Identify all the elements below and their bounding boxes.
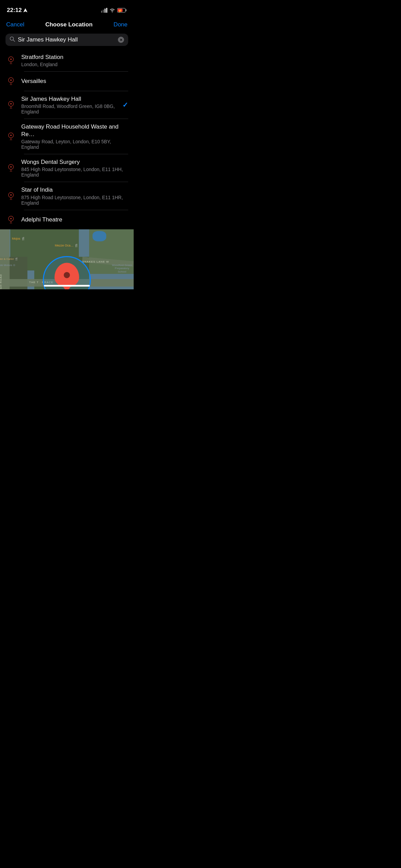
wifi-icon: [109, 8, 115, 13]
location-item-text: Adelphi Theatre: [21, 216, 128, 224]
pin-inner: [64, 272, 70, 278]
map-background: THE T RRACE SNAKES LANE W HIGH ROAD FAIR…: [0, 229, 134, 289]
pin-icon: [5, 99, 16, 110]
location-item[interactable]: Versailles: [0, 72, 134, 91]
svg-text:⚡: ⚡: [118, 9, 122, 13]
status-icons: ⚡: [101, 8, 127, 13]
location-item-text: Wongs Dental Surgery845 High Road Leyton…: [21, 158, 128, 178]
location-item[interactable]: Wongs Dental Surgery845 High Road Leyton…: [0, 154, 134, 182]
poi-other1: ler & Carter 🍴: [0, 257, 18, 261]
status-time: 22:12: [7, 7, 27, 14]
school-label: Woodford GreenPreparatorySchool: [112, 264, 132, 274]
poi-mezze: Mezze Oca… 🍴: [55, 244, 78, 247]
map-view[interactable]: THE T RRACE SNAKES LANE W HIGH ROAD FAIR…: [0, 229, 134, 289]
pin-icon: [5, 131, 16, 142]
location-item-name: Adelphi Theatre: [21, 216, 128, 224]
poi-mojos: Mojos 🍴: [12, 237, 25, 240]
svg-rect-5: [126, 9, 127, 11]
location-item-address: London, England: [21, 62, 128, 67]
location-item-text: Versailles: [21, 77, 128, 85]
status-bar: 22:12 ⚡: [0, 0, 134, 17]
signal-icon: [101, 8, 107, 13]
location-item-address: Gateway Road, Leyton, London, E10 5BY, E…: [21, 139, 128, 150]
location-item[interactable]: Star of India875 High Road Leytonstone, …: [0, 182, 134, 209]
location-item[interactable]: Adelphi Theatre: [0, 210, 134, 229]
location-arrow-icon: [23, 8, 27, 12]
svg-point-25: [10, 135, 12, 136]
location-item-text: Star of India875 High Road Leytonstone, …: [21, 186, 128, 205]
cancel-button[interactable]: Cancel: [5, 20, 25, 29]
location-item-address: Broomhill Road, Woodford Green, IG8 0BG,…: [21, 104, 118, 114]
pin-icon: [5, 214, 16, 225]
location-item-name: Sir James Hawkey Hall: [21, 95, 118, 103]
pin-icon: [5, 55, 16, 66]
location-item-address: 875 High Road Leytonstone, London, E11 1…: [21, 195, 128, 206]
search-input[interactable]: Sir James Hawkey Hall: [18, 36, 115, 43]
done-button[interactable]: Done: [113, 20, 128, 29]
svg-rect-0: [101, 11, 102, 13]
svg-point-13: [10, 59, 12, 60]
location-pin: [54, 263, 79, 287]
svg-line-9: [13, 40, 15, 42]
clear-search-button[interactable]: [118, 37, 124, 43]
location-item[interactable]: Gateway Road Household Waste and Re…Gate…: [0, 119, 134, 154]
location-item-text: Gateway Road Household Waste and Re…Gate…: [21, 123, 128, 150]
svg-point-33: [10, 194, 12, 195]
location-item-text: Stratford StationLondon, England: [21, 53, 128, 67]
location-item-name: Star of India: [21, 186, 128, 194]
nav-bar: Cancel Choose Location Done: [0, 17, 134, 34]
location-item-name: Wongs Dental Surgery: [21, 158, 128, 166]
location-item[interactable]: Sir James Hawkey HallBroomhill Road, Woo…: [0, 91, 134, 119]
location-item-name: Gateway Road Household Waste and Re…: [21, 123, 128, 138]
svg-point-17: [10, 80, 12, 81]
time-label: 22:12: [7, 7, 22, 14]
home-indicator: [44, 285, 90, 287]
road-label-high: HIGH ROAD: [0, 274, 2, 289]
pin-icon: [5, 162, 16, 173]
svg-rect-1: [103, 10, 104, 13]
pin-icon: [5, 76, 16, 87]
page-title: Choose Location: [45, 21, 93, 28]
pin-icon: [5, 191, 16, 202]
location-item-text: Sir James Hawkey HallBroomhill Road, Woo…: [21, 95, 118, 114]
selected-checkmark: ✓: [122, 101, 128, 109]
svg-rect-3: [106, 8, 107, 13]
location-item-name: Versailles: [21, 77, 128, 85]
location-item[interactable]: Stratford StationLondon, England: [0, 49, 134, 71]
search-icon: [10, 36, 15, 43]
road-label-snakes: SNAKES LANE W: [82, 260, 109, 263]
location-item-address: 845 High Road Leytonstone, London, E11 1…: [21, 167, 128, 178]
location-item-name: Stratford Station: [21, 53, 128, 61]
svg-point-37: [10, 218, 12, 219]
location-list: Stratford StationLondon, England Versail…: [0, 49, 134, 229]
pin-blob: [54, 263, 79, 287]
poi-other2: de Motors ⊙: [0, 264, 15, 267]
svg-point-29: [10, 166, 12, 168]
battery-icon: ⚡: [117, 8, 127, 13]
search-bar[interactable]: Sir James Hawkey Hall: [5, 34, 128, 46]
svg-rect-2: [105, 9, 106, 13]
svg-point-21: [10, 103, 12, 105]
